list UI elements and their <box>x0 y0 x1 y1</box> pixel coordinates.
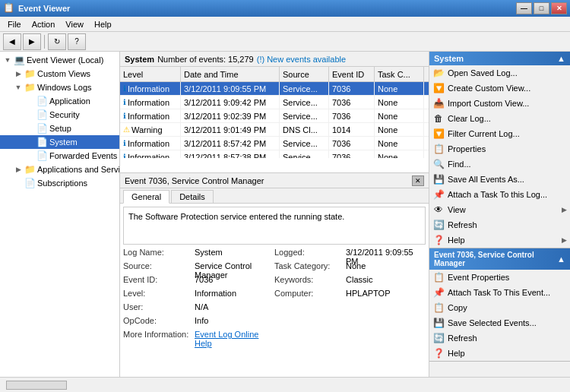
cell-level: ℹ Information <box>120 137 181 150</box>
action-refresh[interactable]: 🔄 Refresh <box>429 217 570 232</box>
arrow-icon: ▶ <box>562 236 567 244</box>
cell-source: Service... <box>280 109 329 122</box>
cell-datetime: 3/12/2011 9:02:39 PM <box>181 109 280 122</box>
save-icon: 💾 <box>432 173 445 185</box>
expander: ▶ <box>12 70 24 77</box>
action-view[interactable]: 👁 View ▶ <box>429 202 570 217</box>
menu-file[interactable]: File <box>3 18 26 30</box>
action-create-custom-view[interactable]: 🔽 Create Custom View... <box>429 81 570 96</box>
event-detail-content: The Software Protection service entered … <box>120 204 429 377</box>
event-list-body[interactable]: ℹ Information 3/12/2011 9:09:55 PM Servi… <box>120 82 429 158</box>
status-scrollbar[interactable] <box>6 381 67 390</box>
list-item[interactable]: ℹ Information 3/12/2011 8:57:42 PM Servi… <box>120 137 429 150</box>
tree-item-system[interactable]: 📄 System <box>0 135 119 149</box>
cell-datetime: 3/12/2011 8:57:38 PM <box>181 150 280 158</box>
cell-level: ⚠ Warning <box>120 123 181 136</box>
cell-source: Service... <box>280 82 329 95</box>
maximize-button[interactable]: □ <box>534 2 549 14</box>
cell-task: None <box>375 123 424 136</box>
arrow-icon: ▶ <box>562 206 567 213</box>
tree-item-eventviwer[interactable]: ▼ 💻 Event Viewer (Local) <box>0 53 119 67</box>
cell-source: Service... <box>280 150 329 158</box>
prop-value-keywords: Classic <box>346 275 372 284</box>
menu-help[interactable]: Help <box>90 18 116 30</box>
prop-label-moreinfo: More Information: <box>123 330 192 339</box>
tree-item-setup[interactable]: 📄 Setup <box>0 122 119 135</box>
forward-button[interactable]: ▶ <box>23 33 41 50</box>
action-filter-log[interactable]: 🔽 Filter Current Log... <box>429 126 570 141</box>
cell-source: Service... <box>280 96 329 109</box>
open-icon: 📂 <box>432 67 445 79</box>
prop-label-computer: Computer: <box>274 289 343 298</box>
action-attach-task-event[interactable]: 📌 Attach Task To This Event... <box>429 285 570 300</box>
tree-item-windowslogs[interactable]: ▼ 📁 Windows Logs <box>0 81 119 94</box>
menu-view[interactable]: View <box>61 18 88 30</box>
close-button[interactable]: ✕ <box>551 2 567 14</box>
action-clear-log[interactable]: 🗑 Clear Log... <box>429 111 570 126</box>
menu-action[interactable]: Action <box>27 18 60 30</box>
help-icon: ❓ <box>432 234 445 246</box>
event-count: Number of events: 15,279 <box>157 55 254 64</box>
app-icon: 📋 <box>3 2 15 14</box>
tab-details[interactable]: Details <box>171 190 214 203</box>
event-detail-panel: Event 7036, Service Control Manager ✕ Ge… <box>120 173 429 377</box>
action-event-properties[interactable]: 📋 Event Properties <box>429 270 570 285</box>
action-save-selected-events[interactable]: 💾 Save Selected Events... <box>429 315 570 330</box>
list-item[interactable]: ℹ Information 3/12/2011 9:09:55 PM Servi… <box>120 82 429 96</box>
prop-opcode: OpCode: Info <box>123 316 274 328</box>
new-events-badge: (!) New events available <box>257 55 346 64</box>
actions-system-section: System ▲ 📂 Open Saved Log... 🔽 Create Cu… <box>429 52 570 248</box>
list-item[interactable]: ℹ Information 3/12/2011 8:57:38 PM Servi… <box>120 150 429 158</box>
back-button[interactable]: ◀ <box>3 33 21 50</box>
action-event-refresh[interactable]: 🔄 Refresh <box>429 330 570 346</box>
tree-panel: ▼ 💻 Event Viewer (Local) ▶ 📁 Custom View… <box>0 52 120 377</box>
window-title: Event Viewer <box>18 4 516 13</box>
tree-item-customviews[interactable]: ▶ 📁 Custom Views <box>0 67 119 81</box>
list-item[interactable]: ℹ Information 3/12/2011 9:09:42 PM Servi… <box>120 96 429 109</box>
prop-source: Source: Service Control Manager <box>123 261 274 273</box>
action-help[interactable]: ❓ Help ▶ <box>429 232 570 248</box>
col-header-datetime[interactable]: Date and Time <box>181 67 280 81</box>
prop-label-eventid: Event ID: <box>123 275 192 284</box>
action-event-help[interactable]: ❓ Help <box>429 346 570 361</box>
action-save-all-events[interactable]: 💾 Save All Events As... <box>429 172 570 187</box>
prop-value-level: Information <box>195 289 236 298</box>
prop-user: User: N/A <box>123 302 274 315</box>
tree-item-security[interactable]: 📄 Security <box>0 108 119 122</box>
col-header-task[interactable]: Task C... <box>375 67 424 81</box>
tree-item-appservices[interactable]: ▶ 📁 Applications and Services Lo <box>0 163 119 176</box>
prop-moreinfo: More Information: Event Log Online Help <box>123 330 274 342</box>
actions-panel: System ▲ 📂 Open Saved Log... 🔽 Create Cu… <box>429 52 570 377</box>
tree-item-subscriptions[interactable]: 📄 Subscriptions <box>0 176 119 190</box>
col-header-eventid[interactable]: Event ID <box>329 67 375 81</box>
col-header-level[interactable]: Level <box>120 67 181 81</box>
prop-label-logname: Log Name: <box>123 248 192 257</box>
event-description: The Software Protection service entered … <box>123 207 426 245</box>
minimize-button[interactable]: — <box>516 2 532 14</box>
refresh-button[interactable]: ↻ <box>48 33 66 50</box>
action-open-saved-log[interactable]: 📂 Open Saved Log... <box>429 65 570 81</box>
title-bar: 📋 Event Viewer — □ ✕ <box>0 0 570 17</box>
event-detail-header: Event 7036, Service Control Manager ✕ <box>120 173 429 188</box>
cell-eventid: 7036 <box>329 82 375 95</box>
tree-item-application[interactable]: 📄 Application <box>0 94 119 108</box>
prop-label-user: User: <box>123 302 192 311</box>
prop-label-source: Source: <box>123 261 192 270</box>
tab-general[interactable]: General <box>123 190 169 204</box>
list-item[interactable]: ⚠ Warning 3/12/2011 9:01:49 PM DNS Cl...… <box>120 123 429 137</box>
col-header-source[interactable]: Source <box>280 67 329 81</box>
filter-icon: 🔽 <box>432 128 445 140</box>
action-import-custom-view[interactable]: 📥 Import Custom View... <box>429 96 570 111</box>
action-copy[interactable]: 📋 Copy <box>429 300 570 315</box>
action-find[interactable]: 🔍 Find... <box>429 156 570 172</box>
action-properties[interactable]: 📋 Properties <box>429 141 570 156</box>
actions-event-header[interactable]: Event 7036, Service Control Manager ▲ <box>429 248 570 270</box>
prop-value-moreinfo[interactable]: Event Log Online Help <box>195 330 274 348</box>
prop-keywords: Keywords: Classic <box>274 275 426 287</box>
event-detail-close-button[interactable]: ✕ <box>412 175 424 186</box>
help-button[interactable]: ? <box>68 33 86 50</box>
actions-system-header[interactable]: System ▲ <box>429 52 570 65</box>
action-attach-task-log[interactable]: 📌 Attach a Task To this Log... <box>429 187 570 202</box>
tree-item-forwardedevents[interactable]: 📄 Forwarded Events <box>0 149 119 163</box>
list-item[interactable]: ℹ Information 3/12/2011 9:02:39 PM Servi… <box>120 109 429 123</box>
